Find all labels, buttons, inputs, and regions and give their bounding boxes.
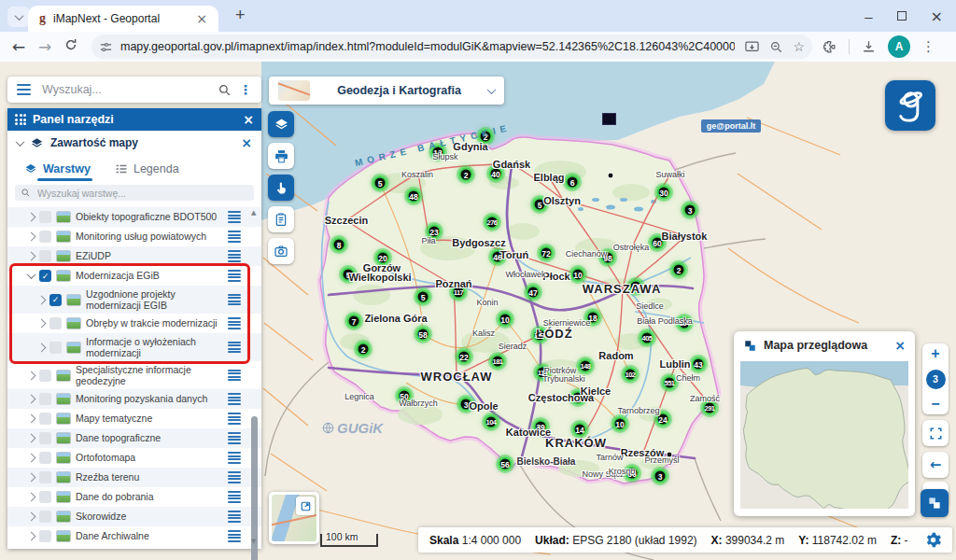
chevron-right-icon[interactable] (27, 473, 36, 483)
layer-checkbox[interactable] (39, 491, 51, 503)
layer-menu-icon[interactable] (228, 432, 241, 444)
reload-button[interactable] (58, 37, 84, 57)
settings-gear-button[interactable] (925, 532, 941, 548)
cluster-marker[interactable]: 551 (663, 376, 677, 390)
cluster-marker[interactable]: 60 (651, 236, 665, 250)
section-close-icon[interactable]: × (241, 135, 252, 150)
layer-menu-icon[interactable] (228, 393, 241, 405)
close-button[interactable]: × (931, 7, 943, 25)
cluster-marker[interactable]: 98 (601, 251, 615, 265)
cluster-marker[interactable]: 56 (499, 457, 513, 471)
chevron-right-icon[interactable] (37, 343, 47, 352)
back-button[interactable]: ← (6, 37, 32, 56)
cluster-marker[interactable]: 277 (533, 329, 547, 343)
layer-checkbox[interactable] (39, 452, 51, 464)
cluster-marker[interactable]: 58 (416, 328, 430, 342)
layer-menu-icon[interactable] (228, 294, 241, 306)
layer-checkbox[interactable]: ✓ (39, 270, 51, 282)
layer-row[interactable]: ✓Modernizacja EGiB (7, 266, 261, 286)
chevron-right-icon[interactable] (37, 319, 47, 329)
expand-basemap-button[interactable] (296, 497, 315, 515)
layer-row[interactable]: Obiekty topograficzne BDOT500 (7, 207, 261, 227)
cluster-marker[interactable]: 6 (566, 175, 580, 189)
install-app-icon[interactable] (744, 39, 760, 55)
layer-menu-icon[interactable] (228, 211, 241, 223)
cluster-marker[interactable]: 102 (624, 368, 638, 382)
address-bar[interactable]: mapy.geoportal.gov.pl/imapnext/imap/inde… (91, 35, 812, 59)
cluster-marker[interactable]: 276 (485, 216, 499, 230)
scroll-down-icon[interactable]: ▼ (251, 538, 256, 545)
layer-row[interactable]: EZiUDP (7, 246, 261, 266)
cluster-marker[interactable]: 148 (579, 359, 593, 373)
layer-list-scrollbar[interactable]: ▲ ▼ (250, 209, 260, 545)
profile-avatar[interactable]: A (888, 35, 910, 58)
cluster-marker[interactable]: 48 (407, 189, 421, 203)
layer-menu-icon[interactable] (228, 511, 241, 523)
cluster-marker[interactable]: 3 (459, 398, 473, 412)
tab-legenda[interactable]: Legenda (115, 155, 179, 183)
chevron-down-icon[interactable] (27, 270, 36, 279)
bookmark-star-icon[interactable]: ☆ (793, 39, 805, 54)
cluster-marker[interactable]: 5 (416, 290, 430, 304)
cluster-marker[interactable]: 24 (656, 413, 670, 427)
layer-checkbox[interactable] (39, 211, 51, 223)
cluster-marker[interactable]: 8 (332, 238, 346, 252)
chevron-right-icon[interactable] (27, 493, 36, 502)
layer-menu-icon[interactable] (228, 270, 241, 282)
layer-checkbox[interactable] (39, 250, 51, 262)
layer-checkbox[interactable] (39, 413, 51, 425)
cluster-marker[interactable]: 2 (459, 168, 473, 182)
layer-checkbox[interactable] (39, 432, 51, 444)
layer-menu-icon[interactable] (228, 342, 241, 354)
select-tool-button[interactable] (268, 175, 294, 201)
report-tool-button[interactable] (268, 206, 294, 232)
layer-checkbox[interactable] (49, 342, 62, 354)
layer-row[interactable]: Monitoring pozyskania danych (7, 389, 261, 409)
zoom-page-icon[interactable] (769, 40, 783, 54)
cluster-marker[interactable]: 5 (373, 176, 387, 190)
layer-menu-icon[interactable] (228, 530, 241, 542)
cluster-marker[interactable]: 23 (428, 225, 442, 239)
cluster-marker[interactable]: 72 (540, 246, 554, 260)
scroll-up-icon[interactable]: ▲ (251, 209, 256, 217)
overview-toggle-button[interactable] (921, 489, 949, 517)
layer-checkbox[interactable] (39, 530, 51, 542)
search-input[interactable] (40, 82, 218, 97)
chevron-right-icon[interactable] (37, 295, 47, 304)
cluster-marker[interactable]: 10 (613, 417, 627, 431)
layer-row[interactable]: ✓Uzgodnione projekty modernizacji EGIB (7, 286, 261, 314)
cluster-marker[interactable]: 20 (376, 251, 390, 265)
tab-close-icon[interactable]: × (192, 11, 211, 26)
layer-checkbox[interactable] (39, 393, 51, 405)
map-content-section[interactable]: Zawartość mapy × (7, 131, 261, 155)
layer-row[interactable]: Dane do pobrania (7, 487, 261, 507)
cluster-marker[interactable]: 10 (571, 268, 585, 282)
layer-checkbox[interactable]: ✓ (49, 294, 62, 306)
chevron-right-icon[interactable] (27, 454, 36, 463)
basemap-switcher[interactable] (269, 492, 319, 544)
search-options-icon[interactable]: ⋮ (239, 82, 252, 97)
layer-row[interactable]: Ortofotomapa (7, 448, 261, 468)
new-tab-button[interactable]: + (228, 4, 253, 27)
layers-tool-button[interactable] (268, 111, 294, 137)
cluster-marker[interactable]: 13 (431, 146, 445, 160)
cluster-marker[interactable]: 47 (629, 280, 643, 294)
chevron-right-icon[interactable] (27, 252, 36, 261)
layer-search-field[interactable] (15, 185, 254, 201)
print-tool-button[interactable] (268, 143, 294, 169)
cluster-marker[interactable]: 5 (342, 268, 356, 282)
tab-warstwy[interactable]: Warstwy (24, 155, 91, 183)
layer-row[interactable]: Monitoring usług powiatowych (7, 227, 261, 246)
chevron-right-icon[interactable] (27, 512, 36, 522)
cluster-marker[interactable]: 291 (703, 401, 717, 415)
layer-checkbox[interactable] (39, 471, 51, 483)
layer-row[interactable]: Mapy tematyczne (7, 409, 261, 428)
cluster-marker[interactable]: 50 (398, 389, 412, 403)
cluster-marker[interactable]: 36 (626, 467, 640, 481)
menu-hamburger-icon[interactable] (17, 84, 31, 96)
previous-extent-button[interactable]: ← (922, 452, 949, 478)
chevron-right-icon[interactable] (27, 414, 36, 424)
layer-menu-icon[interactable] (228, 370, 241, 382)
browser-menu-icon[interactable]: ⋮ (921, 38, 935, 55)
cluster-marker[interactable]: 7 (347, 315, 361, 329)
